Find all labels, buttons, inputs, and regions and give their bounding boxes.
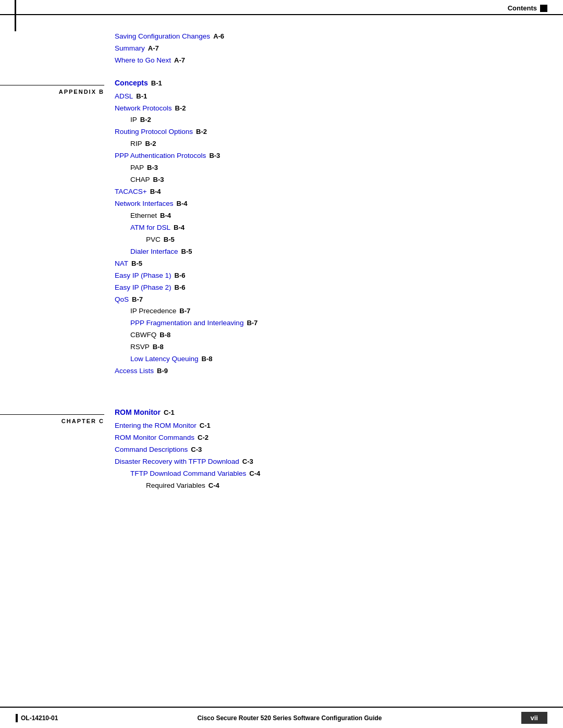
page-num: C-3: [242, 456, 253, 467]
page-num: B-4: [177, 198, 188, 209]
appendix-b-heading: Concepts B-1: [115, 77, 563, 90]
page-num: A-7: [174, 55, 185, 66]
page-num: B-8: [153, 341, 164, 353]
toc-text: PVC: [146, 234, 161, 246]
toc-link[interactable]: TACACS+: [115, 186, 147, 198]
list-item: Entering the ROM MonitorC-1: [115, 420, 563, 432]
list-item: Easy IP (Phase 1)B-6: [115, 270, 563, 282]
toc-text: CHAP: [130, 174, 150, 186]
list-item: Disaster Recovery with TFTP DownloadC-3: [115, 456, 563, 468]
page-num: C-4: [249, 468, 260, 479]
toc-link[interactable]: PPP Authentication Protocols: [115, 150, 206, 162]
footer-left: OL-14210-01: [16, 714, 58, 722]
chapter-c-divider: [0, 414, 104, 415]
list-item: ROM Monitor CommandsC-2: [115, 432, 563, 444]
footer-bar-icon: [16, 714, 18, 722]
page-num: B-7: [179, 305, 190, 317]
list-item: Access ListsB-9: [115, 365, 563, 377]
page-num: B-4: [160, 210, 171, 221]
toc-link[interactable]: Entering the ROM Monitor: [115, 420, 197, 432]
toc-text: RIP: [130, 138, 142, 150]
list-item: Low Latency QueuingB-8: [115, 353, 563, 365]
list-item: TFTP Download Command VariablesC-4: [115, 468, 563, 480]
toc-link[interactable]: Dialer Interface: [130, 246, 178, 258]
list-item: Required VariablesC-4: [115, 480, 563, 492]
list-item: Where to Go NextA-7: [115, 55, 563, 67]
list-item: PAPB-3: [115, 162, 563, 174]
page-num: C-3: [191, 444, 202, 455]
footer-page-number: vii: [531, 714, 538, 722]
list-item: Easy IP (Phase 2)B-6: [115, 282, 563, 294]
toc-link[interactable]: QoS: [115, 294, 129, 306]
appendix-b-heading-link[interactable]: Concepts: [115, 77, 148, 90]
toc-link[interactable]: Access Lists: [115, 365, 154, 377]
pre-appendix-section: Saving Configuration ChangesA-6SummaryA-…: [0, 31, 563, 67]
toc-link[interactable]: Routing Protocol Options: [115, 126, 193, 138]
toc-link[interactable]: NAT: [115, 258, 128, 270]
page-num: B-6: [175, 282, 186, 293]
list-item: Routing Protocol OptionsB-2: [115, 126, 563, 138]
toc-link[interactable]: TFTP Download Command Variables: [130, 468, 246, 480]
toc-link[interactable]: Saving Configuration Changes: [115, 31, 210, 43]
divider-1: [0, 67, 563, 77]
list-item: Command DescriptionsC-3: [115, 444, 563, 456]
page-num: B-5: [164, 234, 175, 245]
list-item: IPB-2: [115, 114, 563, 126]
list-item: PVCB-5: [115, 234, 563, 246]
toc-link[interactable]: Command Descriptions: [115, 444, 188, 456]
list-item: EthernetB-4: [115, 210, 563, 222]
chapter-c-toc-entries: Entering the ROM MonitorC-1ROM Monitor C…: [115, 420, 563, 492]
page-content: Saving Configuration ChangesA-6SummaryA-…: [0, 15, 563, 523]
toc-link[interactable]: Where to Go Next: [115, 55, 171, 67]
footer-bar: OL-14210-01 Cisco Secure Router 520 Seri…: [0, 707, 563, 728]
toc-text: Ethernet: [130, 210, 157, 222]
appendix-b-divider: [0, 85, 104, 85]
page-num: B-8: [202, 353, 213, 365]
page-num: A-7: [148, 43, 159, 54]
list-item: ATM for DSLB-4: [115, 222, 563, 234]
list-item: Saving Configuration ChangesA-6: [115, 31, 563, 43]
toc-link[interactable]: Easy IP (Phase 2): [115, 282, 172, 294]
chapter-c-label: CHAPTER C: [0, 417, 104, 424]
page-num: B-3: [153, 174, 164, 186]
footer-right: vii: [521, 712, 547, 724]
page-num: B-3: [209, 150, 220, 162]
toc-link[interactable]: PPP Fragmentation and Interleaving: [130, 317, 243, 329]
list-item: Dialer InterfaceB-5: [115, 246, 563, 258]
list-item: SummaryA-7: [115, 43, 563, 55]
footer-center: Cisco Secure Router 520 Series Software …: [197, 714, 382, 722]
list-item: TACACS+B-4: [115, 186, 563, 198]
toc-text: RSVP: [130, 341, 150, 353]
toc-link[interactable]: Disaster Recovery with TFTP Download: [115, 456, 239, 468]
list-item: Network InterfacesB-4: [115, 198, 563, 210]
toc-link[interactable]: ROM Monitor Commands: [115, 432, 194, 444]
page-num: B-1: [136, 91, 147, 102]
toc-text: Required Variables: [146, 480, 205, 492]
toc-text: IP Precedence: [130, 305, 176, 317]
page-num: B-4: [150, 186, 161, 198]
list-item: RSVPB-8: [115, 341, 563, 353]
chapter-c-heading-link[interactable]: ROM Monitor: [115, 406, 161, 419]
page-num: C-1: [200, 420, 211, 431]
page-num: B-3: [147, 162, 158, 174]
appendix-b-toc-entries: ADSLB-1Network ProtocolsB-2IPB-2Routing …: [115, 91, 563, 378]
list-item: IP PrecedenceB-7: [115, 305, 563, 317]
header-square-icon: [540, 5, 547, 12]
pre-appendix-sidebar: [0, 38, 115, 39]
toc-link[interactable]: Low Latency Queuing: [130, 353, 199, 365]
appendix-b-entries: Concepts B-1 ADSLB-1Network ProtocolsB-2…: [115, 77, 563, 377]
list-item: PPP Fragmentation and InterleavingB-7: [115, 317, 563, 329]
list-item: QoSB-7: [115, 294, 563, 306]
toc-link[interactable]: ADSL: [115, 91, 133, 103]
page-num: B-2: [196, 126, 207, 138]
toc-link[interactable]: Easy IP (Phase 1): [115, 270, 172, 282]
toc-link[interactable]: ATM for DSL: [130, 222, 170, 234]
toc-text: PAP: [130, 162, 144, 174]
toc-link[interactable]: Network Interfaces: [115, 198, 174, 210]
toc-text: CBWFQ: [130, 329, 156, 341]
toc-link[interactable]: Network Protocols: [115, 103, 172, 115]
page-num: B-2: [140, 114, 151, 126]
header-right: Contents: [508, 4, 547, 12]
toc-link[interactable]: Summary: [115, 43, 145, 55]
page-num: B-7: [132, 294, 143, 305]
